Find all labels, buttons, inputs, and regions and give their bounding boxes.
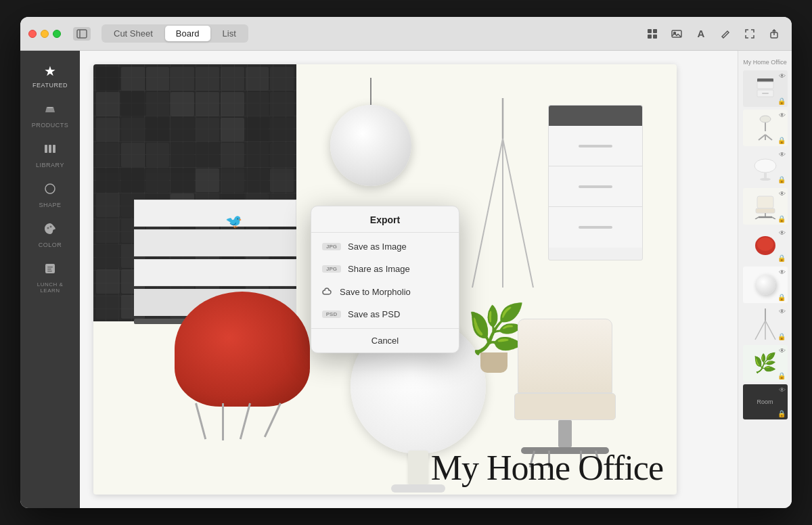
sidebar-item-library[interactable]: Library [26,137,74,174]
svg-line-45 [755,321,765,340]
sidebar-item-featured-label: Featured [32,82,68,89]
jpg-badge-2: JPG [322,265,341,273]
psd-badge: PSD [322,311,341,318]
svg-line-30 [759,135,765,140]
shape-icon [43,182,57,199]
draw-tool-icon[interactable] [716,24,735,43]
save-as-psd-label: Save as PSD [348,309,400,319]
eye-icon-4: 👁 [779,190,786,198]
svg-rect-18 [47,269,51,270]
sidebar-item-lunch-learn[interactable]: Lunch & Learn [26,256,74,299]
save-as-image-button[interactable]: JPG Save as Image [311,235,459,258]
tab-list[interactable]: List [212,26,247,41]
svg-rect-3 [653,29,657,33]
svg-rect-19 [47,271,52,272]
panel-thumb-round-table[interactable]: 👁 🔒 [743,149,788,185]
panel-thumb-tripod-lamp[interactable]: 👁 🔒 [743,306,788,342]
svg-point-13 [45,184,55,193]
eye-icon-2: 👁 [779,112,786,119]
eye-icon-7: 👁 [779,308,786,315]
titlebar: Cut Sheet Board List A [20,17,792,51]
svg-rect-4 [648,35,652,39]
lock-icon-9: 🔒 [777,410,786,417]
view-tab-group: Cut Sheet Board List [102,24,248,43]
save-as-psd-button[interactable]: PSD Save as PSD [311,303,459,325]
grid-view-icon[interactable] [643,24,662,43]
lock-icon-4: 🔒 [777,215,786,223]
svg-point-33 [754,159,776,173]
expand-icon[interactable] [740,24,759,43]
svg-rect-10 [45,145,47,153]
traffic-lights [28,30,61,38]
save-as-image-label: Save as Image [348,242,407,252]
canvas-area[interactable]: 🐦 [80,51,738,508]
svg-rect-12 [53,145,55,153]
left-sidebar: ★ Featured Products [20,51,80,508]
share-as-image-button[interactable]: JPG Share as Image [311,258,459,280]
panel-thumb-plant[interactable]: 🌿 👁 🔒 [743,345,788,382]
board-canvas[interactable]: 🐦 [93,64,677,495]
panel-thumb-sphere[interactable]: 👁 🔒 [743,267,788,303]
panel-thumb-room-scene[interactable]: Room 👁 🔒 [743,384,788,419]
panel-thumb-red-chair[interactable]: 👁 🔒 [743,227,788,264]
svg-line-47 [765,321,775,340]
sidebar-item-products[interactable]: Products [26,97,74,134]
lock-icon-8: 🔒 [777,372,786,380]
sidebar-item-shape[interactable]: Shape [26,177,74,214]
svg-rect-36 [757,196,773,208]
svg-point-35 [760,178,771,181]
sidebar-item-lunch-learn-label: Lunch & Learn [28,281,72,294]
tab-board[interactable]: Board [165,26,210,41]
library-icon [43,142,57,159]
share-as-image-label: Share as Image [348,264,410,274]
sidebar-item-library-label: Library [36,162,64,168]
cancel-button[interactable]: Cancel [311,328,459,352]
color-icon [43,222,57,239]
export-modal: Export JPG Save as Image JPG Share as Im… [311,206,459,353]
featured-icon: ★ [44,63,56,79]
svg-rect-11 [49,145,51,153]
svg-point-29 [760,116,771,122]
export-modal-overlay: Export JPG Save as Image JPG Share as Im… [93,64,677,495]
svg-line-40 [755,217,759,219]
jpg-badge-1: JPG [322,243,341,250]
tab-cut-sheet[interactable]: Cut Sheet [103,26,164,41]
image-view-icon[interactable] [667,24,686,43]
svg-point-43 [757,237,773,251]
panel-thumb-cabinet[interactable]: 👁 🔒 [743,70,788,107]
lock-icon-2: 🔒 [777,137,786,144]
panel-thumb-office-chair[interactable]: 👁 🔒 [743,188,788,225]
sidebar-item-shape-label: Shape [39,202,61,208]
save-to-morpholio-button[interactable]: Save to Morpholio [311,280,459,303]
svg-rect-0 [77,30,87,38]
eye-icon-1: 👁 [779,72,786,80]
svg-point-15 [50,226,52,228]
lock-icon-7: 🔒 [777,333,786,340]
close-button[interactable] [28,30,37,38]
svg-line-41 [772,217,775,219]
eye-icon-9: 👁 [779,386,786,394]
eye-icon-5: 👁 [779,229,786,237]
maximize-button[interactable] [53,30,61,38]
panel-thumb-desk-lamp[interactable]: 👁 🔒 [743,110,788,146]
minimize-button[interactable] [41,30,49,38]
modal-items-list: JPG Save as Image JPG Share as Image [311,233,459,328]
products-icon [43,102,57,119]
toolbar-right: A [643,24,784,43]
export-share-icon[interactable] [765,24,784,43]
sidebar-item-color[interactable]: Color [26,216,74,254]
eye-icon-3: 👁 [779,151,786,158]
svg-point-14 [47,227,49,229]
panel-board-label: My Home Office [738,56,792,68]
lock-icon-5: 🔒 [777,254,786,262]
save-to-morpholio-label: Save to Morpholio [340,287,411,297]
svg-rect-24 [757,78,773,82]
svg-line-32 [765,135,772,140]
svg-rect-5 [653,35,657,39]
eye-icon-6: 👁 [779,269,786,276]
lock-icon-3: 🔒 [777,176,786,183]
text-tool-icon[interactable]: A [692,24,710,43]
svg-rect-37 [756,208,775,213]
sidebar-item-featured[interactable]: ★ Featured [26,58,74,94]
sidebar-toggle-button[interactable] [73,27,91,41]
